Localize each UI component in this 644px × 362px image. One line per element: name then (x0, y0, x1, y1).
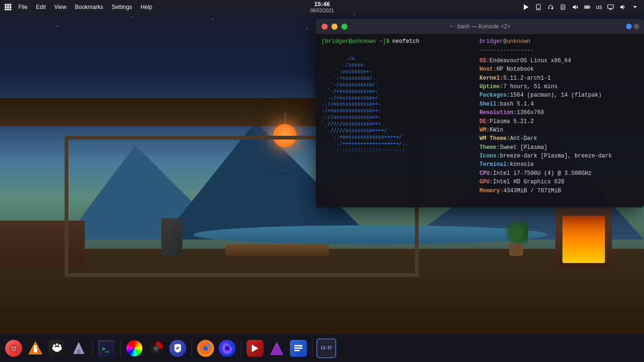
prompt-command: neofetch (392, 38, 420, 46)
clipboard-tray-icon[interactable] (558, 2, 568, 12)
svg-rect-13 (552, 8, 553, 9)
dock-icon-plasma-welcome[interactable] (289, 338, 308, 358)
svg-point-37 (56, 343, 58, 346)
sysinfo-terminal-label: Terminal: (479, 161, 510, 169)
sysinfo-os-row: OS: EndeavourOS Linux x86_64 (479, 57, 638, 65)
app-menu-icon[interactable] (2, 1, 14, 13)
dock-icon-clock[interactable]: 13:37 (316, 338, 336, 358)
terminal-title: ~ : bash — Konsole <2> (449, 23, 510, 30)
menubar-right: us (521, 2, 644, 12)
sysinfo-memory-label: Memory: (479, 187, 503, 195)
svg-rect-16 (562, 8, 564, 8)
sysinfo-shell-label: Shell: (479, 100, 500, 108)
svg-rect-57 (294, 350, 300, 351)
menu-view[interactable]: View (50, 3, 70, 11)
svg-rect-6 (5, 8, 7, 10)
sysinfo-resolution-value: 644x362 (517, 109, 544, 117)
window-close-button[interactable] (322, 24, 328, 30)
sysinfo-wmtheme-row: WM Theme: Ant-Dark (479, 135, 638, 143)
svg-point-50 (203, 346, 208, 351)
svg-point-52 (225, 346, 230, 351)
dock-icon-konsole[interactable]: >_ (97, 338, 116, 358)
sysinfo-kernel-label: Kernel: (479, 74, 503, 82)
dock-icon-firefox-nightly[interactable] (217, 338, 237, 358)
dock-icon-kcolor[interactable] (124, 338, 144, 358)
svg-point-36 (53, 344, 56, 346)
dock-icon-meld[interactable] (47, 338, 67, 358)
svg-point-40 (52, 346, 55, 350)
sysinfo-wmtheme-label: WM Theme: (479, 135, 510, 143)
dock-separator-5 (312, 340, 313, 357)
sysinfo-terminal-row: Terminal: konsole (479, 161, 638, 169)
svg-rect-12 (548, 8, 549, 9)
svg-point-41 (59, 346, 62, 350)
sysinfo-os-label: OS: (479, 57, 490, 65)
svg-rect-0 (5, 4, 7, 6)
screen-tray-icon[interactable] (605, 2, 616, 12)
dock-icon-vlc[interactable] (25, 338, 45, 358)
svg-point-27 (9, 344, 18, 353)
sysinfo-theme-label: Theme: (479, 144, 500, 152)
sysinfo-cpu-row: CPU: Intel i7-7500U (4) @ 3.500GHz (479, 170, 638, 178)
freetube-play-icon (252, 345, 258, 352)
dock-icon-octopi[interactable] (4, 338, 24, 358)
sysinfo-terminal-value: konsole (510, 161, 534, 169)
terminal-sysinfo-section: bridger@unknown ---------------- OS: End… (472, 38, 638, 204)
sysinfo-resolution-row: Resolution: 644x362 (479, 109, 638, 117)
svg-rect-43 (77, 349, 81, 354)
sysinfo-uptime-label: Uptime: (479, 83, 503, 91)
svg-rect-20 (589, 7, 590, 8)
audio-tray-icon[interactable] (570, 2, 580, 12)
sysinfo-os-value: EndeavourOS Linux x86_64 (490, 57, 571, 65)
svg-point-48 (155, 347, 157, 349)
show-more-tray-icon[interactable] (630, 2, 640, 12)
dock-icon-ark[interactable] (69, 338, 89, 358)
plant (504, 218, 528, 256)
sysinfo-cpu-label: CPU: (479, 170, 493, 178)
window-minimize-button[interactable] (331, 24, 338, 30)
keyboard-layout-indicator[interactable]: us (594, 4, 603, 10)
volume-tray-icon[interactable] (618, 2, 628, 12)
clock-icon: 13:37 (316, 338, 336, 358)
menu-settings[interactable]: Settings (108, 3, 136, 11)
sysinfo-packages-row: Packages: 1564 (pacman), 14 (flatpak) (479, 91, 638, 99)
sysinfo-gpu-label: GPU: (479, 178, 493, 186)
menu-edit[interactable]: Edit (32, 3, 50, 11)
sysinfo-packages-label: Packages: (479, 91, 510, 99)
sysinfo-de-row: DE: Plasma 5.21.2 (479, 118, 638, 126)
svg-rect-3 (5, 6, 7, 8)
svg-marker-18 (573, 5, 576, 9)
svg-point-31 (15, 347, 16, 348)
sysinfo-kernel-value: 5.11.2-arch1-1 (503, 74, 551, 82)
menu-file[interactable]: File (15, 3, 31, 11)
svg-marker-25 (620, 5, 623, 9)
dock-icon-vaults[interactable] (168, 338, 188, 358)
sysinfo-de-label: DE: (479, 118, 490, 126)
svg-marker-9 (524, 4, 528, 10)
fireplace (555, 206, 612, 268)
dock-icon-spectacle[interactable] (146, 338, 166, 358)
media-play-tray-icon[interactable] (521, 2, 531, 12)
kde-connect-tray-icon[interactable] (533, 2, 544, 12)
svg-rect-15 (562, 6, 564, 7)
svg-point-30 (12, 347, 13, 348)
svg-rect-5 (9, 6, 11, 8)
menu-bookmarks[interactable]: Bookmarks (71, 3, 107, 11)
sysinfo-packages-value: 1564 (pacman), 14 (flatpak) (510, 91, 602, 99)
battery-tray-icon[interactable] (582, 2, 593, 12)
clock-time: 15:46 (314, 0, 330, 8)
sysinfo-uptime-value: 7 hours, 51 mins (503, 83, 557, 91)
svg-rect-21 (586, 7, 589, 8)
svg-rect-56 (294, 347, 303, 349)
menu-help[interactable]: Help (137, 3, 156, 11)
dock-icon-endeavour[interactable] (267, 338, 287, 358)
terminal-body[interactable]: [bridger@unknown ~]$ neofetch ./o. ./sss… (316, 34, 644, 207)
headphones-tray-icon[interactable] (545, 2, 556, 12)
dock-icon-firefox[interactable] (196, 338, 215, 358)
sysinfo-wm-label: WM: (479, 126, 490, 134)
window-maximize-button[interactable] (341, 24, 347, 30)
terminal-tab-indicator (626, 24, 639, 29)
inactive-tab-indicator (634, 24, 639, 29)
prompt-user: [bridger@unknown ~]$ (322, 38, 389, 46)
dock-icon-freetube[interactable] (245, 338, 265, 358)
